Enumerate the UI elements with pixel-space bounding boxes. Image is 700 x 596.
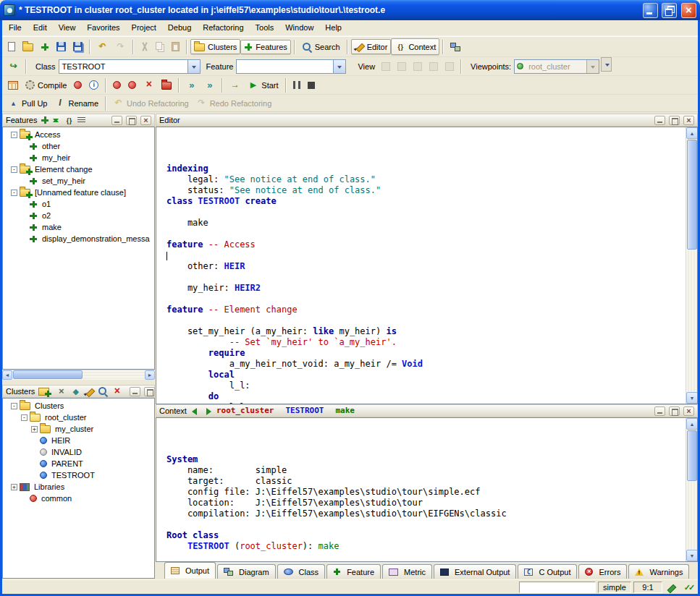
feature-tree-row[interactable]: o2 (9, 210, 154, 221)
editor-tool-button[interactable]: Editor (351, 39, 392, 54)
menu-item[interactable]: Favorites (81, 21, 125, 35)
feature-tree-row[interactable]: my_heir (9, 152, 154, 163)
vertical-scroll-thumb[interactable] (687, 430, 697, 481)
cluster-tree-row[interactable]: - Clusters (9, 400, 154, 412)
feature-tree-row[interactable]: make (9, 221, 154, 233)
view-basic-button[interactable] (378, 59, 394, 74)
code-line[interactable]: other: HEIR (166, 261, 683, 272)
code-line[interactable]: require (166, 348, 683, 359)
stop-button[interactable] (304, 79, 319, 92)
features-panel-titlebar[interactable]: Features (2, 114, 155, 127)
cluster-tree-row[interactable]: common (9, 493, 154, 504)
feature-tree-row[interactable]: - Access (9, 129, 154, 140)
features-horizontal-scrollbar[interactable] (2, 370, 155, 380)
menu-item[interactable]: Refactoring (197, 21, 249, 35)
feature-tree-row[interactable]: other (9, 140, 154, 152)
tree-expander[interactable]: - (11, 403, 17, 409)
context-panel-titlebar[interactable]: Context root_clusterTESTROOTmake (156, 404, 698, 417)
code-line[interactable]: make (166, 218, 683, 229)
scroll-down-button[interactable] (686, 550, 698, 561)
features-close-button[interactable] (140, 116, 151, 125)
menu-item[interactable]: Window (279, 21, 319, 35)
viewpoints-extra-dropdown[interactable] (601, 57, 612, 72)
scroll-right-button[interactable] (145, 370, 155, 380)
clusters-minimize-button[interactable] (130, 387, 140, 396)
scroll-down-button[interactable] (686, 392, 698, 404)
code-line[interactable]: -- Set `my_heir' to `a_my_heir'. (166, 337, 683, 348)
undo-button[interactable] (93, 38, 111, 55)
code-line[interactable]: feature -- Element change (166, 305, 683, 315)
context-maximize-button[interactable] (669, 406, 680, 416)
bottom-tab[interactable]: C Output (518, 564, 577, 579)
editor-maximize-button[interactable] (669, 116, 680, 125)
feature-combobox[interactable] (236, 59, 346, 74)
horizontal-scroll-thumb[interactable] (13, 370, 83, 379)
diagram-view-icon[interactable] (70, 386, 81, 397)
vertical-scroll-thumb[interactable] (687, 140, 697, 250)
new-item-button[interactable] (37, 40, 53, 54)
tree-expander[interactable]: - (11, 190, 17, 196)
cluster-tree-row[interactable]: INVALID (9, 446, 154, 458)
viewpoints-combobox-value[interactable]: root_cluster (526, 62, 586, 71)
tree-expander[interactable]: + (11, 484, 17, 490)
step-into-button[interactable] (182, 77, 201, 93)
clusters-panel-titlebar[interactable]: Clusters (2, 385, 155, 398)
clusters-maximize-button[interactable] (144, 387, 155, 396)
view-interface-button[interactable] (442, 59, 457, 74)
view-contract-button[interactable] (426, 59, 442, 74)
code-line[interactable]: my_heir: HEIR2 (166, 283, 683, 294)
cluster-tree-row[interactable]: PARENT (9, 458, 154, 469)
feature-tree-row[interactable]: display_demonstration_messa (9, 233, 154, 244)
compile-button[interactable]: Compile (22, 77, 70, 93)
code-line[interactable]: local (166, 370, 683, 380)
redo-refactoring-button[interactable]: Redo Refactoring (193, 95, 276, 111)
tree-expander[interactable]: + (31, 426, 38, 433)
copy-button[interactable] (152, 39, 168, 55)
scroll-up-button[interactable] (686, 127, 698, 139)
code-line[interactable]: do (166, 391, 683, 402)
class-combobox[interactable]: TESTROOT (59, 59, 201, 74)
code-line[interactable] (166, 229, 683, 239)
viewpoints-combobox-dropdown[interactable] (586, 60, 599, 73)
history-back-button[interactable] (190, 406, 200, 416)
pull-up-button[interactable]: Pull Up (4, 95, 51, 111)
save-all-button[interactable] (69, 39, 86, 54)
precompile-button[interactable] (158, 77, 175, 93)
code-line[interactable]: class TESTROOT create (166, 196, 683, 207)
redo-button[interactable] (111, 38, 130, 55)
history-forward-button[interactable] (203, 406, 213, 416)
cluster-tree-row[interactable]: - root_cluster (9, 412, 154, 423)
feature-tree-row[interactable]: - [Unnamed feature clause] (9, 187, 154, 198)
cluster-tree-row[interactable]: + Libraries (9, 481, 154, 493)
code-line[interactable]: l_l. (166, 402, 683, 404)
tree-expander[interactable]: - (21, 414, 28, 421)
rename-button[interactable]: Rename (51, 95, 102, 111)
cluster-tree-row[interactable]: + my_cluster (9, 423, 154, 435)
features-tool-button[interactable]: Features (240, 40, 290, 54)
retarget-button[interactable] (4, 58, 22, 74)
menu-item[interactable]: Project (126, 21, 162, 35)
bottom-tab[interactable]: Metric (382, 564, 432, 579)
close-button[interactable] (681, 3, 696, 18)
start-button[interactable]: Start (244, 77, 282, 93)
context-text-area[interactable]: System name: simple target: classic conf… (156, 418, 697, 561)
restore-button[interactable] (662, 3, 677, 18)
search-tool-button[interactable]: Search (298, 39, 344, 55)
editor-panel-titlebar[interactable]: Editor (156, 114, 698, 127)
editable-state-icon[interactable] (665, 582, 679, 593)
project-settings-button[interactable] (4, 78, 22, 93)
bottom-tab[interactable]: Output (164, 562, 216, 579)
code-line[interactable]: indexing (166, 163, 683, 174)
clusters-tool-button[interactable]: Clusters (190, 39, 240, 54)
undo-refactoring-button[interactable]: Undo Refactoring (109, 95, 193, 111)
bottom-tab[interactable]: Class (277, 564, 326, 579)
melt-button[interactable] (70, 78, 85, 92)
code-line[interactable] (166, 294, 683, 305)
search-cluster-icon[interactable] (98, 386, 108, 396)
feature-combobox-dropdown[interactable] (333, 60, 345, 73)
scroll-left-button[interactable] (2, 370, 12, 380)
statusbar-filter-field[interactable] (519, 582, 596, 593)
cluster-tree-row[interactable]: HEIR (9, 435, 154, 446)
view-flat-button[interactable] (410, 59, 426, 74)
delete-cluster-icon[interactable] (111, 386, 122, 397)
